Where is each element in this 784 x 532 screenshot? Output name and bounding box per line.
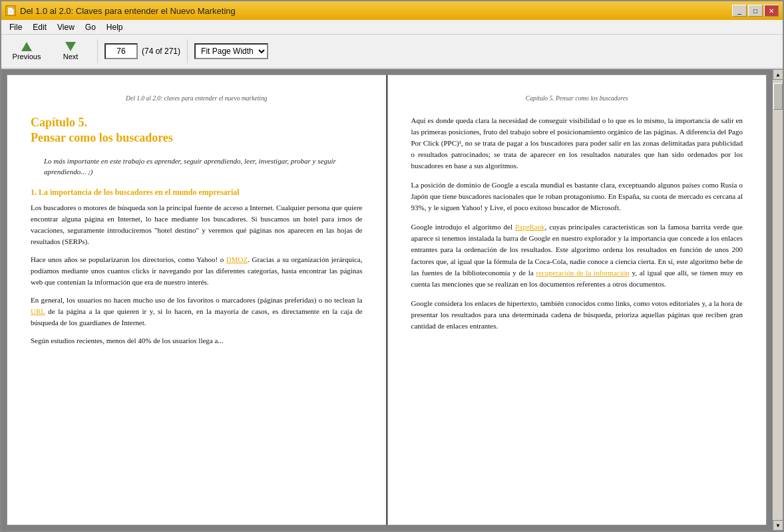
left-page-header: Del 1.0 al 2.0: claves para entender el … [31, 95, 363, 102]
title-bar-left: 📄 Del 1.0 al 2.0: Claves para entender e… [5, 5, 236, 16]
menu-go[interactable]: Go [80, 21, 101, 33]
content-area: Del 1.0 al 2.0: claves para entender el … [1, 69, 783, 531]
right-para2: La posición de dominio de Google a escal… [411, 180, 743, 213]
toolbar: Previous Next (74 of 271) Fit Page Width… [1, 35, 783, 69]
previous-button[interactable]: Previous [7, 37, 47, 66]
minimize-button[interactable]: _ [732, 5, 747, 17]
fit-select[interactable]: Fit Page Width Fit Page Actual Size [194, 43, 268, 59]
scrollbar: ▲ ▼ [772, 69, 783, 531]
page-number-input[interactable] [104, 43, 138, 59]
quote-text: Lo más importante en este trabajo es apr… [44, 157, 336, 176]
scroll-thumb[interactable] [773, 83, 783, 110]
maximize-button[interactable]: □ [748, 5, 763, 17]
app-icon: 📄 [5, 5, 16, 16]
menu-bar: File Edit View Go Help [1, 20, 783, 35]
dmoz-link[interactable]: DMOZ [226, 255, 248, 263]
fit-select-group: Fit Page Width Fit Page Actual Size [194, 43, 268, 59]
left-para1: Los buscadores o motores de búsqueda son… [31, 202, 363, 247]
right-para3: Google introdujo el algoritmo del PageRa… [411, 221, 743, 289]
scroll-up-button[interactable]: ▲ [773, 69, 783, 80]
menu-file[interactable]: File [4, 21, 27, 33]
left-page: Del 1.0 al 2.0: claves para entender el … [7, 74, 387, 525]
page-input-group: (74 of 271) [104, 43, 180, 59]
app-window: 📄 Del 1.0 al 2.0: Claves para entender e… [0, 0, 784, 532]
previous-icon [21, 42, 32, 51]
left-para4: Según estudios recientes, menos del 40% … [31, 335, 363, 346]
chapter-title-line2: Pensar como los buscadores [31, 131, 173, 144]
next-icon [65, 42, 76, 51]
scroll-track[interactable] [773, 80, 783, 520]
url-link[interactable]: URL [31, 307, 45, 315]
menu-view[interactable]: View [52, 21, 80, 33]
pagerank-link[interactable]: PageRank [515, 223, 545, 231]
chapter-title-line1: Capítulo 5. [31, 116, 87, 129]
menu-edit[interactable]: Edit [27, 21, 52, 33]
close-button[interactable]: ✕ [764, 5, 779, 17]
page-info: (74 of 271) [142, 47, 180, 56]
right-page: Capítulo 5. Pensar como los buscadores A… [387, 74, 767, 525]
window-controls: _ □ ✕ [732, 5, 779, 17]
pages-container: Del 1.0 al 2.0: claves para entender el … [1, 69, 772, 531]
section-title: 1. La importancia de los buscadores en e… [31, 187, 363, 198]
chapter-title: Capítulo 5. Pensar como los buscadores [31, 115, 363, 146]
right-page-header: Capítulo 5. Pensar como los buscadores [411, 95, 743, 102]
recuperacion-link[interactable]: recuperación de la información [536, 269, 629, 277]
next-button[interactable]: Next [51, 37, 91, 66]
quote-block: Lo más importante en este trabajo es apr… [44, 156, 349, 178]
left-para3: En general, los usuarios no hacen mucho … [31, 295, 363, 329]
title-bar: 📄 Del 1.0 al 2.0: Claves para entender e… [1, 1, 783, 20]
left-para2: Hace unos años se popularizaron los dire… [31, 254, 363, 288]
toolbar-separator-2 [187, 39, 188, 63]
right-para1: Aquí es donde queda clara la necesidad d… [411, 115, 743, 172]
menu-help[interactable]: Help [101, 21, 128, 33]
scroll-down-button[interactable]: ▼ [773, 520, 783, 531]
window-title: Del 1.0 al 2.0: Claves para entender el … [20, 6, 236, 16]
right-para4: Google considera los enlaces de hipertex… [411, 298, 743, 332]
toolbar-separator [97, 39, 98, 63]
